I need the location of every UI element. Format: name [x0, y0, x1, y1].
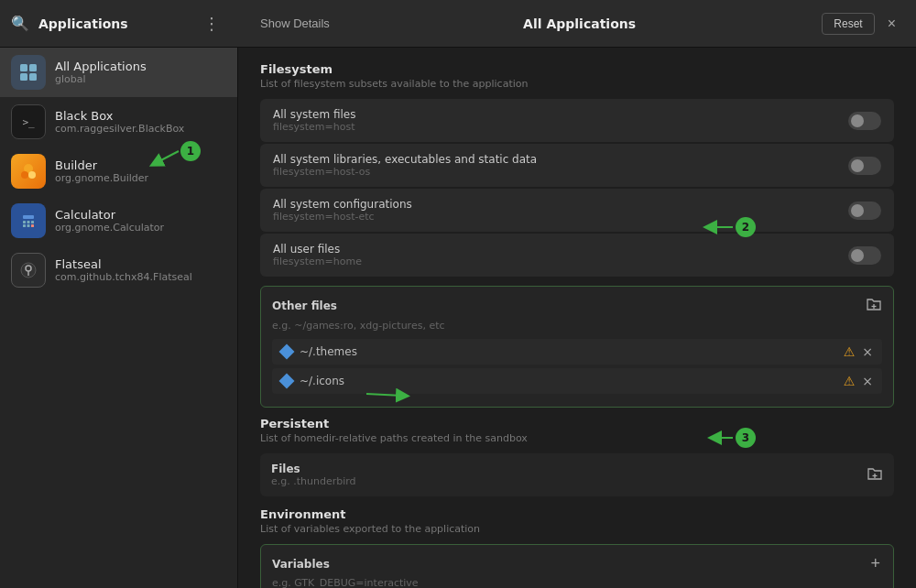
sidebar-item-all-applications[interactable]: All Applications global [0, 48, 237, 97]
persistent-desc: List of homedir-relative paths created i… [260, 432, 894, 444]
titlebar: 🔍 Applications ⋮ Show Details All Applic… [0, 0, 916, 48]
perm-name-1: All system libraries, executables and st… [273, 153, 537, 166]
calculator-name: Calculator [55, 208, 164, 222]
variables-hint: e.g. GTK_DEBUG=interactive [272, 577, 882, 588]
perm-all-system-libs: All system libraries, executables and st… [260, 144, 894, 187]
file-name-themes: ~/.themes [300, 345, 357, 358]
remove-icon-icons[interactable]: × [862, 374, 873, 388]
perm-name-2: All system configurations [273, 198, 412, 211]
menu-dots-icon[interactable]: ⋮ [203, 14, 220, 33]
flatseal-name: Flatseal [55, 257, 192, 271]
file-entry-themes: ~/.themes ⚠ × [272, 339, 882, 365]
titlebar-actions: Reset × [822, 13, 901, 35]
perm-value-1: filesystem=host-os [273, 166, 537, 178]
other-files-header: Other files [272, 296, 882, 316]
sidebar: All Applications global >_ Black Box com… [0, 48, 238, 588]
add-folder-icon[interactable] [866, 296, 882, 316]
variables-header: Variables + [272, 554, 882, 573]
content-area: Filesystem List of filesystem subsets av… [238, 48, 916, 588]
close-button[interactable]: × [882, 14, 901, 34]
all-apps-id: global [55, 73, 147, 85]
svg-rect-1 [29, 64, 37, 71]
filesystem-section: Filesystem List of filesystem subsets av… [260, 62, 894, 90]
add-variable-button[interactable]: + [868, 554, 882, 573]
svg-rect-0 [20, 64, 27, 71]
titlebar-center: Show Details All Applications Reset × [238, 13, 916, 35]
titlebar-left: 🔍 Applications ⋮ [0, 14, 238, 33]
search-icon[interactable]: 🔍 [11, 15, 29, 32]
filesystem-title: Filesystem [260, 62, 894, 76]
perm-all-system-files: All system files filesystem=host [260, 99, 894, 142]
other-files-hint: e.g. ~/games:ro, xdg-pictures, etc [272, 320, 882, 332]
sidebar-item-calculator[interactable]: Calculator org.gnome.Calculator [0, 196, 237, 245]
filesystem-desc: List of filesystem subsets available to … [260, 78, 894, 90]
svg-rect-3 [29, 73, 37, 81]
builder-name: Builder [55, 158, 148, 172]
files-title: Files [271, 463, 356, 475]
black-box-icon: >_ [11, 104, 46, 139]
perm-name-3: All user files [273, 243, 362, 256]
diamond-icon-themes [279, 344, 295, 360]
calculator-info: Calculator org.gnome.Calculator [55, 208, 164, 234]
svg-rect-10 [27, 221, 30, 223]
perm-value-0: filesystem=host [273, 121, 355, 133]
diamond-icon-icons [279, 374, 295, 389]
flatseal-id: com.github.tchx84.Flatseal [55, 271, 192, 283]
perm-value-2: filesystem=host-etc [273, 211, 412, 223]
perm-name-0: All system files [273, 108, 355, 121]
svg-rect-11 [31, 221, 34, 223]
flatseal-icon [11, 253, 46, 288]
builder-id: org.gnome.Builder [55, 172, 148, 184]
black-box-id: com.raggesilver.BlackBox [55, 123, 184, 135]
toggle-all-system-libs[interactable] [848, 157, 881, 175]
other-files-title: Other files [272, 299, 337, 312]
sidebar-item-flatseal[interactable]: Flatseal com.github.tchx84.Flatseal [0, 245, 237, 295]
calculator-icon [11, 203, 46, 238]
file-entry-icons: ~/.icons ⚠ × [272, 368, 882, 394]
svg-rect-13 [27, 224, 30, 227]
perm-value-3: filesystem=home [273, 256, 362, 267]
flatseal-info: Flatseal com.github.tchx84.Flatseal [55, 257, 192, 283]
toggle-all-system-files[interactable] [848, 112, 881, 130]
remove-icon-themes[interactable]: × [862, 344, 873, 359]
toggle-all-user-files[interactable] [848, 246, 881, 265]
app-title: Applications [38, 16, 128, 31]
builder-icon [11, 154, 46, 189]
main-layout: All Applications global >_ Black Box com… [0, 48, 916, 588]
svg-point-6 [28, 171, 36, 179]
environment-title: Environment [260, 507, 894, 521]
sidebar-item-builder[interactable]: Builder org.gnome.Builder [0, 147, 237, 196]
calculator-id: org.gnome.Calculator [55, 222, 164, 234]
persistent-title: Persistent [260, 417, 894, 430]
warn-icon-themes: ⚠ [844, 344, 856, 359]
sidebar-item-black-box[interactable]: >_ Black Box com.raggesilver.BlackBox [0, 97, 237, 147]
svg-rect-9 [23, 221, 26, 223]
warn-icon-icons: ⚠ [844, 374, 856, 388]
black-box-info: Black Box com.raggesilver.BlackBox [55, 109, 184, 135]
svg-point-5 [21, 171, 28, 179]
toggle-all-system-configs[interactable] [848, 201, 881, 220]
environment-desc: List of variables exported to the applic… [260, 523, 894, 535]
black-box-name: Black Box [55, 109, 184, 123]
files-header: Files e.g. .thunderbird [271, 463, 883, 487]
files-hint: e.g. .thunderbird [271, 475, 356, 487]
builder-info: Builder org.gnome.Builder [55, 158, 148, 184]
file-name-icons: ~/.icons [300, 375, 344, 387]
variables-title: Variables [272, 558, 330, 571]
variables-section: Variables + e.g. GTK_DEBUG=interactive ✓… [260, 544, 894, 588]
svg-rect-12 [23, 224, 26, 227]
all-apps-icon [11, 55, 46, 90]
svg-rect-14 [31, 224, 34, 227]
all-apps-name: All Applications [55, 60, 147, 73]
reset-button[interactable]: Reset [822, 13, 874, 35]
svg-rect-8 [23, 215, 34, 219]
main-title: All Applications [337, 16, 822, 31]
perm-all-user-files: All user files filesystem=home [260, 234, 894, 277]
add-files-icon[interactable] [867, 465, 883, 485]
other-files-section: Other files e.g. ~/games:ro, xdg-picture… [260, 286, 894, 408]
all-apps-info: All Applications global [55, 60, 147, 85]
files-box: Files e.g. .thunderbird [260, 453, 894, 496]
svg-rect-2 [20, 73, 27, 81]
show-details-button[interactable]: Show Details [253, 13, 337, 34]
perm-all-system-configs: All system configurations filesystem=hos… [260, 189, 894, 232]
